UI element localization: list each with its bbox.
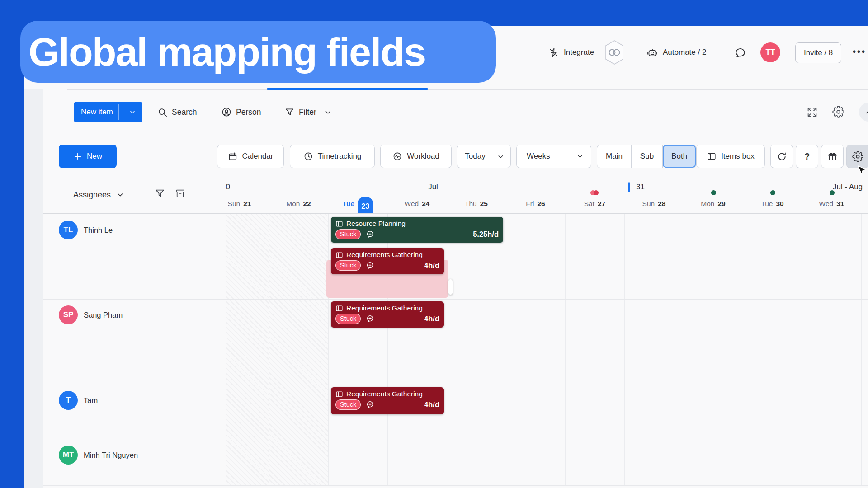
add-update-icon[interactable]	[366, 314, 374, 323]
person-row[interactable]: MTMinh Tri Nguyen	[59, 446, 138, 465]
timetracking-view-button[interactable]: Timetracking	[290, 145, 375, 168]
person-row[interactable]: SPSang Pham	[59, 305, 123, 324]
segment-sub[interactable]: Sub	[632, 145, 663, 168]
past-day-shading	[269, 213, 328, 485]
timeline-grid[interactable]: Resource PlanningStuck5.25h/dRequirement…	[226, 213, 868, 485]
task-meta-row: Stuck4h/d	[335, 314, 439, 324]
grid-column-line	[624, 213, 625, 485]
person-name: Tam	[84, 396, 98, 405]
person-row[interactable]: TTam	[59, 391, 98, 410]
status-badge: Stuck	[335, 229, 361, 239]
filter-button[interactable]: Filter	[284, 102, 332, 122]
more-options-button[interactable]: •••	[853, 47, 866, 57]
collapse-header-button[interactable]	[859, 103, 868, 122]
drag-handle[interactable]	[448, 279, 453, 295]
desktop-background: Integrate Automate / 2	[0, 0, 868, 488]
hours-per-day: 5.25h/d	[473, 230, 499, 239]
invite-button[interactable]: Invite / 8	[795, 42, 841, 63]
refresh-button[interactable]	[770, 145, 793, 168]
add-update-icon[interactable]	[366, 400, 374, 409]
new-button[interactable]: New	[59, 145, 117, 168]
day-date: 28	[658, 200, 665, 208]
day-date: 24	[422, 200, 429, 208]
integrations-badge[interactable]	[604, 40, 625, 65]
question-mark-icon: ?	[804, 151, 810, 162]
segment-both[interactable]: Both	[663, 145, 696, 168]
task-bar[interactable]: Requirements GatheringStuck4h/d	[331, 248, 444, 274]
task-title: Resource Planning	[346, 220, 406, 228]
task-meta-row: Stuck4h/d	[335, 399, 439, 410]
grid-column-line	[802, 213, 802, 485]
today-label: Today	[458, 152, 491, 161]
day-column-header: Sat27	[565, 195, 624, 213]
person-icon	[221, 107, 232, 117]
day-name: Wed	[819, 200, 834, 208]
add-update-icon[interactable]	[366, 261, 374, 270]
status-badge: Stuck	[335, 399, 361, 410]
tab-divider	[67, 89, 868, 90]
day-column-header: Wed24	[387, 195, 447, 213]
today-button[interactable]: Today	[457, 145, 511, 168]
view-settings-icon-button[interactable]	[832, 106, 844, 118]
month-label: Jul	[428, 183, 438, 192]
workload-pulse-icon	[392, 151, 402, 161]
integrate-button[interactable]: Integrate	[548, 42, 594, 62]
chat-button[interactable]	[734, 42, 746, 62]
segment-main[interactable]: Main	[597, 145, 632, 168]
new-item-button[interactable]: New item	[74, 102, 142, 122]
panel-filter-button[interactable]	[154, 188, 165, 199]
automate-button[interactable]: Automate / 2	[646, 42, 706, 62]
filter-label: Filter	[299, 108, 316, 117]
help-button[interactable]: ?	[796, 145, 818, 168]
grid-column-line	[861, 213, 862, 485]
task-bar[interactable]: Requirements GatheringStuck4h/d	[331, 387, 444, 414]
person-row[interactable]: TLThinh Le	[59, 221, 113, 239]
period-select[interactable]: Weeks	[516, 145, 591, 168]
group-by-control[interactable]: Assignees	[73, 188, 124, 202]
person-name: Thinh Le	[84, 226, 113, 235]
items-box-button[interactable]: Items box	[696, 145, 765, 168]
task-bar[interactable]: Resource PlanningStuck5.25h/d	[331, 217, 503, 243]
date-status-dots	[830, 190, 833, 195]
avatar-initials: TT	[766, 48, 775, 57]
clock-icon	[303, 151, 313, 161]
user-avatar[interactable]: TT	[760, 42, 780, 62]
chevron-down-icon	[116, 191, 124, 199]
date-status-dots	[711, 190, 714, 195]
grid-column-line	[506, 213, 506, 485]
date-status-dots	[590, 190, 597, 195]
chevron-down-icon	[129, 108, 136, 116]
automate-label: Automate / 2	[663, 48, 706, 57]
hours-per-day: 4h/d	[424, 261, 439, 270]
panel-archive-button[interactable]	[175, 188, 186, 199]
settings-button[interactable]	[846, 145, 868, 168]
person-filter-button[interactable]: Person	[221, 102, 261, 122]
workload-label: Workload	[407, 152, 439, 161]
status-dot	[711, 190, 716, 195]
app-window: Integrate Automate / 2	[24, 26, 868, 488]
item-board-icon	[335, 305, 343, 312]
search-button[interactable]: Search	[157, 102, 197, 122]
task-title-row: Resource Planning	[335, 220, 499, 228]
workload-view-button[interactable]: Workload	[380, 145, 452, 168]
day-name: Mon	[286, 200, 300, 208]
grid-column-line	[565, 213, 566, 485]
whats-new-button[interactable]	[821, 145, 844, 168]
avatar: MT	[59, 446, 78, 465]
date-status-dots	[770, 190, 774, 195]
expand-view-button[interactable]	[807, 107, 818, 118]
chevron-down-icon[interactable]	[492, 153, 509, 160]
search-label: Search	[172, 108, 197, 117]
grid-column-line	[743, 213, 743, 485]
task-bar[interactable]: Requirements GatheringStuck4h/d	[331, 301, 444, 328]
status-badge: Stuck	[335, 260, 361, 271]
calendar-view-button[interactable]: Calendar	[217, 145, 284, 168]
add-update-icon[interactable]	[366, 230, 374, 239]
status-badge: Stuck	[335, 314, 361, 324]
refresh-icon	[777, 151, 787, 162]
active-tab-underline	[267, 88, 428, 90]
collapsed-sidebar-rail[interactable]	[24, 89, 43, 488]
status-dot	[594, 190, 599, 195]
person-name: Sang Pham	[84, 311, 123, 319]
today-date-pill: 23	[358, 197, 373, 213]
